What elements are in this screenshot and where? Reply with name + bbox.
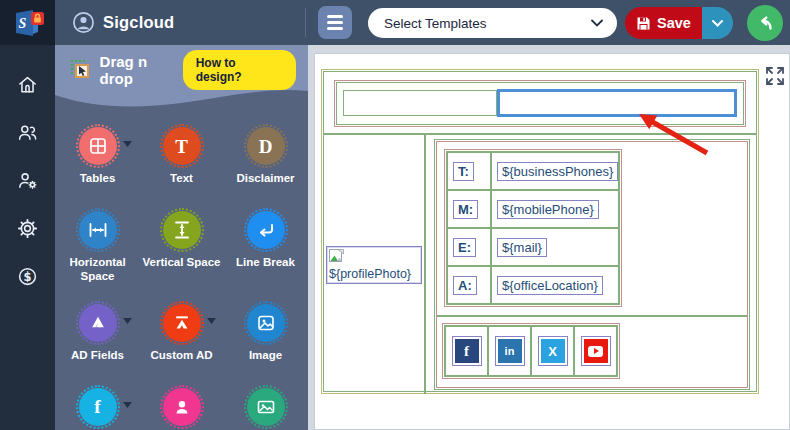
tool-horizontal-space[interactable]: Horizontal Space [56, 201, 140, 284]
tool-grid: Tables T Text D Disclaimer Horizontal Sp… [55, 117, 308, 430]
hamburger-icon [327, 15, 343, 18]
app-logo[interactable]: S [0, 0, 55, 45]
banner-icon [247, 388, 285, 426]
contact-fields-section: T: ${businessPhones} M: ${mobilePhone} E… [437, 142, 747, 315]
signature-page[interactable]: ${profilePhoto} T: [314, 53, 790, 430]
field-label[interactable]: E: [453, 238, 476, 257]
profile-photo-cell[interactable]: ${profilePhoto} [324, 135, 426, 394]
field-label[interactable]: A: [453, 276, 477, 295]
users-icon [16, 121, 39, 144]
social-icons-table: f in [444, 325, 618, 377]
user-avatar-icon [72, 11, 95, 34]
tool-tables[interactable]: Tables [56, 117, 140, 191]
app-title: Sigcloud [103, 13, 174, 32]
vertical-space-icon [163, 211, 201, 249]
line-break-icon [247, 211, 285, 249]
user-settings-icon [16, 169, 39, 192]
nav-billing[interactable]: $ [15, 263, 41, 289]
how-to-design-button[interactable]: How to design? [183, 50, 296, 90]
caret-down-icon[interactable] [123, 318, 132, 324]
disclaimer-icon: D [247, 127, 285, 165]
menu-toggle-button[interactable] [318, 6, 352, 39]
linkedin-icon[interactable]: in [495, 336, 525, 366]
field-value[interactable]: ${mail} [497, 238, 547, 257]
tool-label: Custom AD [150, 349, 212, 363]
image-icon [247, 304, 285, 342]
nav-user-settings[interactable] [15, 167, 41, 193]
tables-icon [79, 127, 117, 165]
profile-photo-placeholder[interactable]: ${profilePhoto} [326, 246, 422, 284]
brand: Sigcloud [72, 0, 174, 45]
field-value[interactable]: ${businessPhones} [497, 162, 618, 181]
undo-button[interactable] [747, 5, 783, 41]
expand-arrows-icon [764, 65, 786, 87]
broken-image-icon [329, 249, 344, 263]
social-icons-section: f in [437, 317, 747, 387]
chevron-down-icon [712, 20, 723, 27]
banner-cell-selected[interactable] [497, 89, 737, 117]
tool-label: Horizontal Space [56, 256, 140, 284]
panel-title: Drag n drop [100, 53, 183, 87]
tool-image[interactable]: Image [224, 294, 308, 368]
field-value[interactable]: ${officeLocation} [497, 276, 603, 295]
signature-table[interactable]: ${profilePhoto} T: [321, 69, 759, 394]
drag-n-drop-icon [71, 60, 91, 80]
profile-photo-icon [163, 388, 201, 426]
banner-cell-left[interactable] [343, 90, 497, 116]
tool-label: Image [249, 349, 282, 363]
tool-disclaimer[interactable]: D Disclaimer [224, 117, 308, 191]
caret-down-icon[interactable] [123, 402, 132, 408]
tool-label: Disclaimer [236, 172, 294, 186]
tool-banner[interactable]: Banner [224, 378, 308, 430]
text-icon: T [163, 127, 201, 165]
template-select-dropdown[interactable]: Select Templates [368, 8, 617, 38]
save-button-label: Save [657, 15, 691, 31]
save-button-group: Save [625, 7, 733, 39]
svg-text:$: $ [23, 269, 31, 283]
svg-text:S: S [18, 16, 26, 31]
banner-row [324, 72, 756, 133]
tool-social-media[interactable]: f Social Media [56, 378, 140, 430]
horizontal-space-icon [79, 211, 117, 249]
signature-body-row: ${profilePhoto} T: [324, 133, 756, 394]
sharepoint-logo-icon: S [11, 8, 45, 38]
field-label[interactable]: M: [453, 200, 478, 219]
tool-line-break[interactable]: Line Break [224, 201, 308, 284]
facebook-icon[interactable]: f [452, 336, 482, 366]
tool-label: AD Fields [71, 349, 124, 363]
drag-drop-panel: Drag n drop How to design? Tables T Text… [55, 45, 308, 430]
tool-ad-fields[interactable]: AD Fields [56, 294, 140, 368]
tool-text[interactable]: T Text [140, 117, 224, 191]
nav-settings[interactable] [15, 215, 41, 241]
tool-label: Text [170, 172, 193, 186]
save-button[interactable]: Save [625, 7, 702, 39]
field-value[interactable]: ${mobilePhone} [497, 200, 599, 219]
tool-custom-ad[interactable]: Custom AD [140, 294, 224, 368]
side-nav-rail: $ [0, 45, 55, 430]
x-twitter-icon[interactable]: X [538, 336, 568, 366]
tool-profile-photo[interactable]: Profile Photo [140, 378, 224, 430]
tool-label: Vertical Space [143, 256, 221, 270]
billing-dollar-icon: $ [16, 265, 39, 288]
caret-down-icon[interactable] [123, 141, 132, 147]
nav-users[interactable] [15, 119, 41, 145]
youtube-icon[interactable] [581, 336, 611, 366]
tool-label: Tables [80, 172, 116, 186]
nav-home[interactable] [15, 71, 41, 97]
tool-vertical-space[interactable]: Vertical Space [140, 201, 224, 284]
contact-fields-table: T: ${businessPhones} M: ${mobilePhone} E… [446, 151, 620, 305]
social-media-icon: f [79, 388, 117, 426]
ad-fields-icon [79, 304, 117, 342]
panel-header: Drag n drop How to design? [55, 45, 308, 95]
header-divider [305, 8, 306, 37]
home-icon [16, 73, 39, 96]
fullscreen-button[interactable] [763, 64, 787, 88]
top-bar: S Sigcloud Select Templates [0, 0, 790, 45]
gear-icon [16, 217, 39, 240]
save-options-dropdown-button[interactable] [702, 7, 733, 39]
field-label[interactable]: T: [453, 162, 474, 181]
caret-down-icon[interactable] [207, 318, 216, 324]
chevron-down-icon [591, 19, 603, 27]
undo-arrow-icon [755, 13, 775, 33]
tool-label: Line Break [236, 256, 295, 270]
